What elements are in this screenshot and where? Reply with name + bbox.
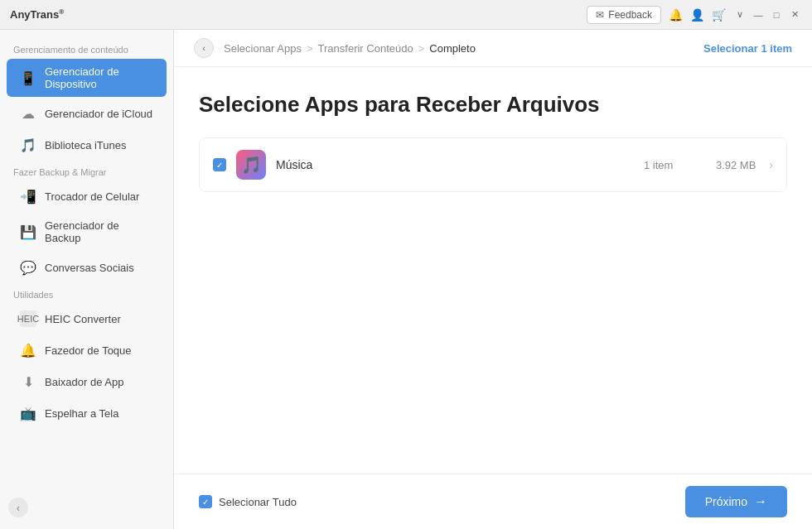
sidebar-item-heic-converter[interactable]: HEIC HEIC Converter — [7, 304, 167, 334]
select-all-checkbox[interactable] — [199, 495, 212, 508]
device-manager-icon: 📱 — [20, 70, 36, 86]
sidebar-item-backup-manager[interactable]: 💾 Gerenciador de Backup — [7, 213, 167, 251]
app-chevron-music[interactable]: › — [769, 158, 773, 171]
sidebar-item-icloud-manager[interactable]: ☁ Gerenciador de iCloud — [7, 99, 167, 128]
heic-icon: HEIC — [20, 310, 36, 327]
sidebar-item-phone-switcher[interactable]: 📲 Trocador de Celular — [7, 181, 167, 211]
sidebar-item-ringtone-maker[interactable]: 🔔 Fazedor de Toque — [7, 335, 167, 365]
minimize-button[interactable]: — — [751, 7, 766, 22]
sidebar-section-content-title: Gerenciamento de conteúdo — [0, 38, 173, 58]
titlebar-left: AnyTrans® — [10, 8, 64, 21]
main-layout: Gerenciamento de conteúdo 📱 Gerenciador … — [0, 30, 812, 529]
breadcrumb-step-1: Selecionar Apps — [224, 42, 302, 55]
music-app-icon: 🎵 — [236, 150, 266, 180]
breadcrumb-back-button[interactable]: ‹ — [194, 38, 214, 58]
sidebar-section-backup-title: Fazer Backup & Migrar — [0, 161, 173, 180]
bell-icon[interactable]: 🔔 — [668, 7, 683, 22]
breadcrumb-bar: ‹ Selecionar Apps > Transferir Conteúdo … — [174, 30, 812, 67]
screen-mirror-icon: 📺 — [20, 405, 36, 421]
mail-icon: ✉ — [596, 9, 604, 21]
app-title: AnyTrans® — [10, 8, 64, 21]
select-all-label: Selecionar Tudo — [219, 496, 297, 508]
phone-switcher-icon: 📲 — [20, 188, 36, 204]
breadcrumb-sep-1: > — [307, 42, 313, 55]
sidebar: Gerenciamento de conteúdo 📱 Gerenciador … — [0, 30, 174, 529]
ringtone-icon: 🔔 — [20, 342, 36, 358]
breadcrumb-sep-2: > — [418, 42, 425, 55]
breadcrumb-step-3: Completo — [429, 42, 476, 55]
app-name-music: Música — [276, 158, 644, 171]
breadcrumb: ‹ Selecionar Apps > Transferir Conteúdo … — [194, 38, 476, 58]
close-button[interactable]: ✕ — [787, 7, 802, 22]
sidebar-item-device-manager[interactable]: 📱 Gerenciador de Dispositivo — [7, 59, 167, 97]
selection-info: Selecionar 1 item — [703, 42, 792, 55]
app-downloader-icon: ⬇ — [20, 373, 36, 390]
footer: Selecionar Tudo Próximo → — [174, 474, 812, 529]
app-size-music: 3.92 MB — [706, 159, 756, 171]
app-checkbox-music[interactable] — [213, 158, 226, 171]
app-count-music: 1 item — [644, 159, 673, 171]
sidebar-item-itunes-library[interactable]: 🎵 Biblioteca iTunes — [7, 130, 167, 160]
sidebar-item-screen-mirror[interactable]: 📺 Espelhar a Tela — [7, 398, 167, 428]
app-list: 🎵 Música 1 item 3.92 MB › — [199, 137, 787, 192]
next-arrow-icon: → — [754, 494, 767, 509]
sidebar-section-utilities-title: Utilidades — [0, 283, 173, 303]
sidebar-item-social-conversations[interactable]: 💬 Conversas Sociais — [7, 252, 167, 282]
feedback-button[interactable]: ✉ Feedback — [587, 6, 661, 24]
page-body: Selecione Apps para Receber Arquivos 🎵 M… — [174, 67, 812, 474]
page-title: Selecione Apps para Receber Arquivos — [199, 92, 787, 118]
shop-icon[interactable]: 🛒 — [711, 7, 726, 22]
content-area: ‹ Selecionar Apps > Transferir Conteúdo … — [174, 30, 812, 529]
maximize-button[interactable]: □ — [769, 7, 784, 22]
titlebar: AnyTrans® ✉ Feedback 🔔 👤 🛒 ∨ — □ ✕ — [0, 0, 812, 30]
sidebar-collapse-button[interactable]: ‹ — [8, 498, 28, 517]
chevron-down-icon[interactable]: ∨ — [732, 7, 747, 22]
breadcrumb-step-2: Transferir Conteúdo — [318, 42, 413, 55]
select-all-area[interactable]: Selecionar Tudo — [199, 495, 297, 508]
app-icon-music: 🎵 — [236, 150, 266, 180]
next-button[interactable]: Próximo → — [685, 486, 787, 517]
titlebar-right: ✉ Feedback 🔔 👤 🛒 ∨ — □ ✕ — [587, 6, 802, 24]
backup-manager-icon: 💾 — [20, 224, 36, 240]
window-controls: ∨ — □ ✕ — [732, 7, 802, 22]
sidebar-item-app-downloader[interactable]: ⬇ Baixador de App — [7, 367, 167, 397]
user-icon[interactable]: 👤 — [689, 7, 704, 22]
itunes-icon: 🎵 — [20, 137, 36, 153]
social-icon: 💬 — [20, 259, 36, 276]
app-row-music[interactable]: 🎵 Música 1 item 3.92 MB › — [200, 138, 786, 191]
icloud-icon: ☁ — [20, 105, 36, 122]
